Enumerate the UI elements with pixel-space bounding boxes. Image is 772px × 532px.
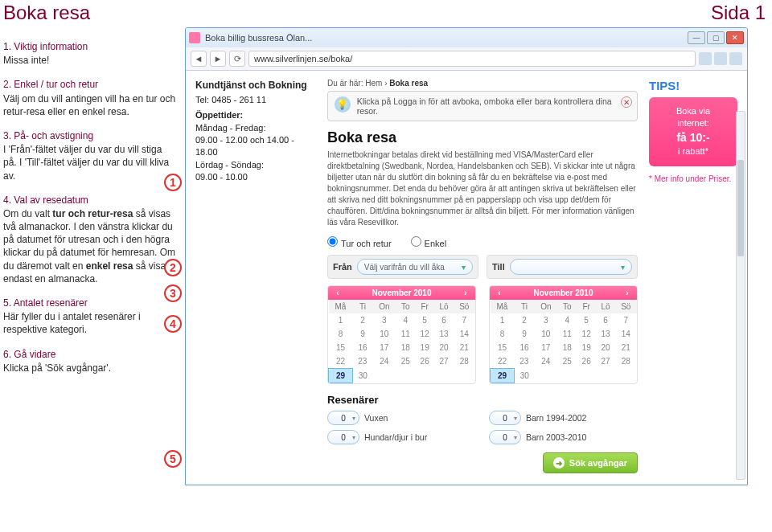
calendar-day[interactable]: 3 [372, 313, 396, 327]
calendar-day[interactable]: 5 [415, 313, 434, 327]
wrench-icon[interactable] [729, 52, 742, 65]
calendar-day[interactable]: 14 [454, 327, 474, 341]
window-close-button[interactable]: ✕ [726, 31, 744, 44]
calendar-day[interactable]: 20 [434, 341, 454, 354]
calendar-day[interactable]: 24 [372, 354, 396, 369]
calendar-day[interactable]: 18 [396, 341, 415, 354]
calendar-day[interactable]: 6 [596, 313, 615, 327]
nav-back-button[interactable]: ◄ [191, 51, 207, 67]
radio-enkel[interactable]: Enkel [411, 236, 447, 248]
calendar-day[interactable]: 29 [491, 369, 515, 383]
calendar-day [396, 369, 415, 383]
calendar-day[interactable]: 4 [557, 313, 577, 327]
calendar-day[interactable]: 26 [415, 354, 434, 369]
calendar-day[interactable]: 25 [557, 354, 577, 369]
calendar-day[interactable]: 13 [434, 327, 454, 341]
calendar-day[interactable]: 17 [372, 341, 396, 354]
window-maximize-button[interactable]: ▢ [707, 31, 725, 44]
calendar-day[interactable]: 14 [615, 327, 636, 341]
calendar-day[interactable]: 12 [577, 327, 596, 341]
calendar-day[interactable]: 15 [329, 341, 353, 354]
booking-title: Boka resa [327, 129, 638, 146]
calendar-day[interactable]: 1 [329, 313, 353, 327]
calendar-day[interactable]: 4 [396, 313, 415, 327]
callout-marker: 1 [164, 174, 182, 191]
calendar-day[interactable]: 30 [352, 369, 372, 383]
calendar-outbound[interactable]: ‹November 2010› MåTiOnToFrLöSö1234567891… [327, 285, 476, 384]
tel-label: Tel: [195, 95, 209, 104]
calendar-day[interactable]: 16 [352, 341, 372, 354]
calendar-day[interactable]: 28 [454, 354, 474, 369]
calendar-day[interactable]: 26 [577, 354, 596, 369]
window-minimize-button[interactable]: — [688, 31, 705, 44]
calendar-day[interactable]: 13 [596, 327, 615, 341]
scrollbar-thumb[interactable] [737, 160, 744, 256]
radio-tur-och-retur[interactable]: Tur och retur [327, 236, 392, 248]
calendar-day[interactable]: 6 [434, 313, 454, 327]
callout-marker: 4 [164, 315, 182, 333]
nav-reload-button[interactable]: ⟳ [229, 51, 245, 67]
promo-badge: Boka via internet: få 10:- i rabatt* [649, 97, 737, 166]
calendar-day[interactable]: 10 [372, 327, 396, 341]
calendar-day[interactable]: 22 [491, 354, 515, 369]
extension-icon[interactable] [714, 52, 727, 65]
calendar-day[interactable]: 2 [352, 313, 372, 327]
tab-title[interactable]: Boka billig bussresa Ölan... [205, 33, 688, 43]
address-bar[interactable]: www.silverlinjen.se/boka/ [248, 51, 696, 67]
calendar-day[interactable]: 18 [557, 341, 577, 354]
calendar-day[interactable]: 27 [434, 354, 454, 369]
calendar-day[interactable]: 29 [329, 369, 353, 383]
calendar-day[interactable]: 23 [352, 354, 372, 369]
cal-month-label: November 2010 [372, 289, 432, 297]
close-icon[interactable]: ✕ [621, 96, 632, 108]
scrollbar[interactable] [736, 111, 745, 480]
calendar-day[interactable]: 16 [514, 341, 534, 354]
spinner-vuxen[interactable]: 0 [327, 411, 359, 425]
calendar-day[interactable]: 25 [396, 354, 415, 369]
calendar-day[interactable]: 2 [514, 313, 534, 327]
calendar-day[interactable]: 24 [534, 354, 557, 369]
calendar-day[interactable]: 22 [329, 354, 353, 369]
spinner-barn2[interactable]: 0 [489, 430, 521, 444]
calendar-day[interactable]: 1 [491, 313, 515, 327]
calendar-day[interactable]: 21 [615, 341, 636, 354]
calendar-day[interactable]: 11 [557, 327, 577, 341]
from-select[interactable]: Välj varifrån du vill åka [357, 259, 473, 275]
calendar-day[interactable]: 7 [454, 313, 474, 327]
breadcrumb-home[interactable]: Hem [365, 79, 382, 88]
calendar-day[interactable]: 7 [615, 313, 636, 327]
cal-next-icon[interactable]: › [622, 289, 632, 297]
calendar-day[interactable]: 27 [596, 354, 615, 369]
spinner-hund[interactable]: 0 [327, 430, 359, 444]
calendar-day[interactable]: 28 [615, 354, 636, 369]
calendar-day[interactable]: 3 [534, 313, 557, 327]
cal-prev-icon[interactable]: ‹ [495, 289, 504, 297]
tips-heading: TIPS! [649, 79, 737, 92]
calendar-day[interactable]: 9 [514, 327, 534, 341]
extension-icon[interactable] [699, 52, 712, 65]
calendar-day[interactable]: 8 [329, 327, 353, 341]
calendar-day[interactable]: 5 [577, 313, 596, 327]
calendar-day[interactable]: 17 [534, 341, 557, 354]
cal-next-icon[interactable]: › [461, 289, 470, 297]
spinner-barn1[interactable]: 0 [489, 411, 521, 425]
instruction-step: 3. På- och avstigningI 'Från'-fältet väl… [3, 129, 177, 182]
calendar-day[interactable]: 8 [491, 327, 515, 341]
calendar-day[interactable]: 20 [596, 341, 615, 354]
calendar-day[interactable]: 19 [415, 341, 434, 354]
calendar-day[interactable]: 30 [514, 369, 534, 383]
calendar-day[interactable]: 15 [491, 341, 515, 354]
calendar-day[interactable]: 9 [352, 327, 372, 341]
cal-prev-icon[interactable]: ‹ [333, 289, 343, 297]
calendar-day[interactable]: 11 [396, 327, 415, 341]
calendar-day[interactable]: 21 [454, 341, 474, 354]
calendar-day[interactable]: 10 [534, 327, 557, 341]
nav-forward-button[interactable]: ► [210, 51, 226, 67]
calendar-day[interactable]: 19 [577, 341, 596, 354]
search-departures-button[interactable]: ➜ Sök avgångar [543, 452, 638, 473]
calendar-day[interactable]: 12 [415, 327, 434, 341]
calendar-return[interactable]: ‹November 2010› MåTiOnToFrLöSö1234567891… [489, 285, 638, 384]
login-notice: 💡 Klicka på Logga in för att avboka, omb… [327, 91, 638, 121]
calendar-day[interactable]: 23 [514, 354, 534, 369]
to-select[interactable] [510, 259, 632, 275]
